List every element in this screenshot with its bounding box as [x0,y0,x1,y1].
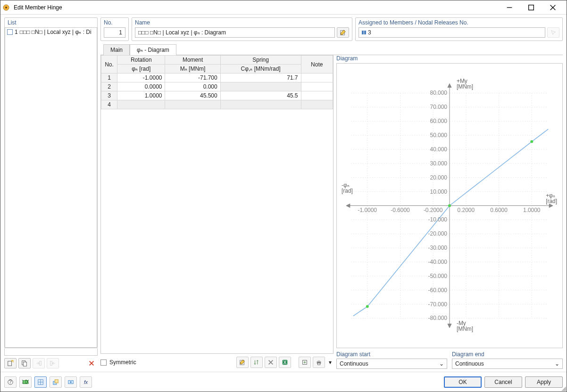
import-button[interactable] [299,357,311,368]
diagram-controls: Diagram start Continuous ⌄ Diagram end C… [336,351,563,369]
help-button[interactable]: ? [4,376,17,388]
table-row[interactable]: 2 0.0000 0.000 [101,82,333,91]
svg-text:0.2000: 0.2000 [458,207,475,213]
cell-moment[interactable]: 0.000 [165,82,220,91]
cell-note[interactable] [301,82,333,91]
diagram-area[interactable]: +My [MNm] -My [MNm] +φₙ [rad] -φₙ [rad] [336,63,563,348]
diagram-start-label: Diagram start [336,351,447,358]
sort-button[interactable] [250,357,263,368]
edit-row-button[interactable] [236,357,249,368]
cell-spring[interactable] [220,82,301,91]
svg-point-52 [448,204,451,207]
svg-text:10.000: 10.000 [430,188,448,195]
svg-text:-60.000: -60.000 [428,287,448,294]
cell-note[interactable] [301,91,333,100]
content: List 1 □□□ □N□ | Local xyz | φₙ : Di [0,15,567,372]
svg-rect-22 [317,363,320,365]
list-body[interactable]: 1 □□□ □N□ | Local xyz | φₙ : Di [5,27,97,348]
right-column: No. 1 Name □□□ □N□ | Local xyz | φₙ : Di… [100,17,563,369]
function-button[interactable]: fx [80,376,92,388]
svg-text:-70.000: -70.000 [428,301,448,308]
list-item[interactable]: 1 □□□ □N□ | Local xyz | φₙ : Di [5,28,97,36]
svg-text:60.000: 60.000 [430,118,448,124]
list-item-checkbox[interactable] [7,29,13,35]
preview-button[interactable] [65,376,77,388]
minimize-button[interactable] [500,0,521,15]
table-row[interactable]: 4 [101,100,333,109]
delete-item-button[interactable] [85,358,98,368]
diagram-svg: +My [MNm] -My [MNm] +φₙ [rad] -φₙ [rad] [337,64,562,348]
print-dropdown-button[interactable]: ▾ [327,357,334,368]
tab-diagram[interactable]: φₙ - Diagram [130,44,176,55]
diagram-start-dropdown[interactable]: Continuous ⌄ [336,359,447,369]
svg-rect-10 [50,361,52,366]
units-button[interactable]: 0.00 [19,376,32,388]
svg-text:-50.000: -50.000 [428,273,448,279]
cell-note[interactable] [301,74,333,82]
cell-rotation[interactable] [117,100,165,109]
svg-rect-8 [23,362,26,366]
layers-button[interactable] [50,376,62,388]
list-box: List 1 □□□ □N□ | Local xyz | φₙ : Di [4,17,98,348]
list-panel: List 1 □□□ □N□ | Local xyz | φₙ : Di [4,17,98,369]
assigned-value: 3 [368,28,371,37]
svg-marker-49 [448,84,451,88]
delete-row-button[interactable] [265,357,277,368]
list-horizontal-scrollbar[interactable] [4,348,98,356]
print-button[interactable] [313,357,325,368]
svg-text:-30.000: -30.000 [428,245,448,251]
app-icon [2,4,10,11]
table-row[interactable]: 1 -1.0000 -71.700 71.7 [101,74,333,82]
cell-spring[interactable]: 71.7 [220,74,301,82]
window-buttons [500,0,565,15]
cell-note[interactable] [301,100,333,109]
view-button[interactable] [34,376,47,388]
col-spring-top: Spring [220,56,301,65]
maximize-button[interactable] [521,0,543,15]
cell-moment[interactable]: 45.500 [165,91,220,100]
no-label: No. [104,19,125,26]
chevron-down-icon: ⌄ [439,360,444,367]
svg-rect-9 [40,361,42,366]
cell-rotation[interactable]: 0.0000 [117,82,165,91]
table-scroll[interactable]: No. Rotation Moment Spring Note φₙ [rad]… [100,55,334,354]
cell-spring[interactable]: 45.5 [220,91,301,100]
cell-rotation[interactable]: -1.0000 [117,74,165,82]
svg-marker-50 [448,324,451,327]
apply-button[interactable]: Apply [525,376,563,388]
svg-text:?: ? [9,379,12,384]
cell-moment[interactable] [165,100,220,109]
include-button [33,358,45,368]
footer: ? 0.00 fx OK Cancel Apply [0,372,567,392]
copy-item-button[interactable] [18,358,31,368]
resize-handle[interactable] [561,386,566,391]
edit-name-button[interactable] [337,27,349,38]
svg-point-51 [366,305,369,308]
col-moment-top: Moment [165,56,220,65]
close-button[interactable] [543,0,565,15]
cancel-button[interactable]: Cancel [484,376,522,388]
no-field[interactable]: 1 [104,27,125,38]
diagram-end-dropdown[interactable]: Continuous ⌄ [452,359,563,369]
cell-rotation[interactable]: 1.0000 [117,91,165,100]
tab-main[interactable]: Main [103,44,130,55]
svg-text:1.0000: 1.0000 [523,207,541,213]
svg-text:-10.000: -10.000 [428,216,448,223]
svg-text:40.000: 40.000 [430,146,448,153]
cell-spring[interactable] [220,100,301,109]
no-panel: No. 1 [100,17,129,41]
cell-moment[interactable]: -71.700 [165,74,220,82]
ok-button[interactable]: OK [444,376,482,388]
symmetric-checkbox[interactable]: Symmetric [100,359,136,366]
header-row: No. 1 Name □□□ □N□ | Local xyz | φₙ : Di… [100,17,563,41]
svg-text:50.000: 50.000 [430,132,448,139]
assigned-field[interactable]: 3 [359,27,545,38]
col-rotation-sub: φₙ [rad] [117,65,165,74]
name-field[interactable]: □□□ □N□ | Local xyz | φₙ : Diagram [135,27,335,38]
new-item-button[interactable] [4,358,17,368]
col-spring-sub: Cφ,ₙ [MNm/rad] [220,65,301,74]
svg-marker-48 [346,204,350,208]
col-moment-sub: Mₙ [MNm] [165,65,220,74]
table-row[interactable]: 3 1.0000 45.500 45.5 [101,91,333,100]
excel-button[interactable]: X [279,357,291,368]
